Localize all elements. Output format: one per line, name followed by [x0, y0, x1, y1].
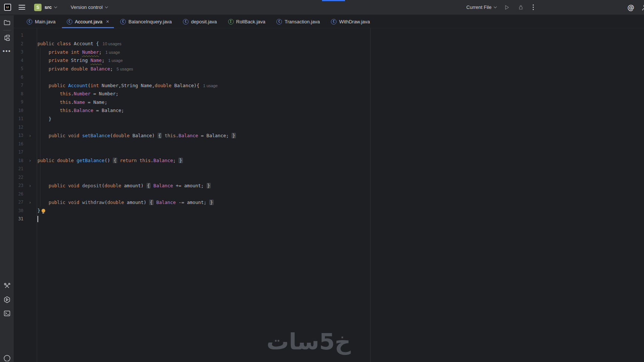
structure-tool-button[interactable] — [3, 33, 12, 42]
code-text[interactable]: private int Number;1 usage — [37, 49, 120, 55]
tab-Main.java[interactable]: CMain.java — [21, 15, 61, 28]
structure-icon — [3, 34, 11, 42]
line-number: 9 — [14, 99, 23, 105]
code-segment: Balance — [178, 133, 198, 138]
code-line: 11 } — [14, 115, 644, 123]
tab-bar: CMain.javaCAccount.java×CBalanceInquery.… — [14, 15, 644, 28]
tab-BalanceInquery.java[interactable]: CBalanceInquery.java — [115, 15, 177, 28]
code-segment: = Balance; — [198, 133, 231, 138]
code-segment: Balance — [91, 66, 110, 72]
code-segment: Balance — [154, 183, 173, 188]
fold-arrow-icon[interactable]: › — [29, 200, 31, 205]
fold-arrow-icon[interactable]: › — [29, 133, 31, 138]
code-text[interactable]: } — [37, 208, 45, 213]
version-control-button[interactable]: Version control — [71, 4, 103, 10]
code-text[interactable]: public class Account {10 usages — [37, 41, 121, 46]
left-tool-stripe: ••• — [0, 15, 14, 362]
code-segment: double — [107, 200, 124, 205]
class-icon: C — [27, 19, 32, 24]
code-text[interactable]: public void withdraw(double amount) { Ba… — [37, 200, 214, 205]
fold-arrow-icon[interactable]: › — [29, 183, 31, 188]
code-segment — [37, 57, 49, 63]
line-number: 21 — [14, 166, 23, 171]
watermark: خ5سات — [257, 330, 361, 353]
more-actions-button[interactable] — [531, 4, 535, 10]
run-button[interactable] — [503, 4, 510, 11]
more-tool-windows-button[interactable]: ••• — [3, 47, 12, 56]
code-segment: . — [71, 99, 74, 105]
line-number: 2 — [14, 41, 23, 46]
ai-assistant-icon[interactable]: @ — [627, 3, 634, 11]
tab-RollBack.java[interactable]: IRollBack.java — [223, 15, 271, 28]
code-text[interactable]: private String Name;1 usage — [37, 57, 123, 63]
code-line: 23› public void deposit(double amount) {… — [14, 181, 644, 190]
code-segment: ; — [110, 66, 113, 72]
project-tool-button[interactable] — [3, 18, 12, 27]
folder-icon — [3, 19, 11, 26]
code-text[interactable]: this.Balance = Balance; — [37, 108, 124, 113]
code-segment: this — [60, 108, 71, 113]
code-segment: deposit — [82, 183, 102, 188]
fold-arrow-icon[interactable]: › — [29, 158, 31, 163]
code-text[interactable]: public double getBalance() { return this… — [37, 158, 183, 163]
code-segment: String — [68, 57, 91, 63]
code-text[interactable]: this.Number = Number; — [37, 91, 118, 96]
tab-WithDraw.java[interactable]: CWithDraw.java — [325, 15, 375, 28]
usages-hint[interactable]: 1 usage — [105, 50, 120, 55]
code-segment — [37, 83, 49, 88]
line-number: 31 — [14, 216, 23, 221]
code-segment: = Balance; — [93, 108, 124, 113]
code-segment: Account { — [71, 41, 99, 46]
code-segment: Balance — [156, 200, 176, 205]
close-icon[interactable]: × — [106, 19, 109, 24]
tab-label: Main.java — [35, 19, 56, 24]
code-text[interactable]: } — [37, 116, 52, 122]
code-text[interactable]: public void setBalance(double Balance) {… — [37, 133, 236, 138]
gutter-fold-area: › — [23, 183, 37, 188]
code-segment: Balance) — [129, 133, 157, 138]
tab-label: deposit.java — [191, 19, 217, 24]
code-segment: withdraw — [82, 200, 104, 205]
code-segment: Name — [74, 99, 85, 105]
lightbulb-icon[interactable] — [42, 209, 45, 213]
line-number: 11 — [14, 116, 23, 121]
code-text[interactable]: public Account(int Number,String Name,do… — [37, 83, 218, 88]
line-number: 27 — [14, 200, 23, 205]
services-tool-button[interactable] — [3, 295, 12, 304]
code-text[interactable]: this.Name = Name; — [37, 99, 107, 105]
class-icon: C — [276, 19, 282, 24]
hidden-tool-button[interactable] — [3, 353, 12, 362]
project-name[interactable]: src — [45, 4, 52, 10]
code-segment — [151, 183, 154, 188]
line-number: 5 — [14, 66, 23, 71]
gutter-fold-area: › — [23, 200, 37, 205]
main-menu-button[interactable] — [19, 5, 25, 10]
debug-button[interactable] — [517, 4, 525, 11]
run-configuration-selector[interactable]: Current File — [466, 4, 496, 10]
build-tools-button[interactable] — [3, 282, 12, 290]
code-text[interactable]: private double Balance;5 usages — [37, 66, 133, 72]
usages-hint[interactable]: 10 usages — [103, 42, 122, 46]
code-text[interactable] — [37, 216, 38, 222]
usages-hint[interactable]: 5 usages — [116, 67, 133, 71]
code-segment: int — [91, 83, 99, 88]
code-segment: Number,String Name, — [99, 83, 155, 88]
code-line: 8 this.Number = Number; — [14, 90, 644, 98]
terminal-tool-button[interactable] — [3, 309, 12, 318]
code-segment: this — [60, 99, 71, 105]
tools-icon — [3, 282, 11, 290]
profile-icon[interactable] — [641, 3, 644, 11]
code-text[interactable]: public void deposit(double amount) { Bal… — [37, 183, 211, 188]
line-number: 17 — [14, 149, 23, 155]
code-editor[interactable]: 12public class Account {10 usages3 priva… — [14, 28, 644, 362]
tab-Account.java[interactable]: CAccount.java× — [61, 15, 115, 28]
code-line: 22 — [14, 173, 644, 182]
usages-hint[interactable]: 1 usage — [108, 58, 123, 63]
usages-hint[interactable]: 1 usage — [203, 83, 218, 88]
tab-Transaction.java[interactable]: CTransaction.java — [271, 15, 325, 28]
project-badge[interactable]: S — [34, 4, 42, 11]
chevron-down-icon — [105, 5, 108, 8]
editor-rows: 12public class Account {10 usages3 priva… — [14, 28, 644, 223]
tab-deposit.java[interactable]: Cdeposit.java — [177, 15, 222, 28]
code-segment: public class — [37, 41, 71, 46]
